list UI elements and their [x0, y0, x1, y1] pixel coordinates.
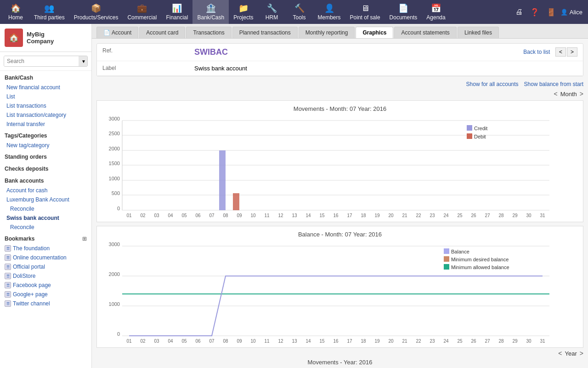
bookmark-facebook[interactable]: ☰ Facebook page	[0, 281, 91, 290]
svg-text:1000: 1000	[109, 176, 120, 181]
logout-icon[interactable]: 🚪	[544, 6, 559, 18]
nav-hrm[interactable]: 🔧 HRM	[258, 0, 286, 24]
bookmarks-title: Bookmarks	[5, 236, 34, 242]
tab-monthly[interactable]: Monthly reporting	[299, 27, 355, 38]
nav-agenda[interactable]: 📅 Agenda	[422, 0, 450, 24]
nav-projects[interactable]: 📁 Projects	[229, 0, 258, 24]
nav-tools-label: Tools	[293, 14, 306, 21]
tab-bar: 📄Account Account card Transactions Plann…	[92, 24, 588, 39]
prev-month-btn[interactable]: <	[554, 90, 557, 98]
svg-text:29: 29	[512, 339, 518, 343]
sidebar-item-list-transaction-category[interactable]: List transaction/category	[0, 110, 91, 120]
svg-rect-96	[444, 264, 449, 270]
sidebar-item-internal-transfer[interactable]: Internal transfer	[0, 120, 91, 129]
chart2-svg: 0 1000 2000 3000 01	[102, 242, 570, 343]
svg-text:05: 05	[181, 213, 187, 217]
nav-pos[interactable]: 🖥 Point of sale	[345, 0, 385, 24]
svg-text:06: 06	[195, 339, 201, 343]
svg-text:23: 23	[430, 213, 435, 217]
tab-planned[interactable]: Planned transactions	[232, 27, 298, 38]
print-icon[interactable]: 🖨	[513, 6, 526, 18]
nav-members-label: Members	[318, 14, 341, 21]
label-value: Swiss bank account	[189, 61, 583, 76]
logo-icon: 🏠	[5, 29, 23, 47]
bank-cash-icon: 🏦	[206, 3, 216, 13]
period-nav: < Month >	[96, 90, 583, 98]
search-input[interactable]	[4, 56, 79, 66]
nav-products[interactable]: 📦 Products/Services	[69, 0, 123, 24]
bookmark-foundation[interactable]: ☰ The foundation	[0, 244, 91, 253]
svg-text:24: 24	[443, 339, 449, 343]
bookmark-online-doc[interactable]: ☰ Online documentation	[0, 253, 91, 262]
nav-home[interactable]: 🏠 Home	[2, 0, 29, 24]
svg-text:09: 09	[237, 339, 242, 343]
help-icon[interactable]: ❓	[527, 6, 542, 18]
tab-transactions[interactable]: Transactions	[186, 27, 231, 38]
svg-text:01: 01	[126, 213, 132, 217]
chart1-title: Movements - Month: 07 Year: 2016	[102, 105, 578, 112]
sidebar-item-reconcile-swiss[interactable]: Reconcile	[0, 223, 91, 232]
chart1-container: Movements - Month: 07 Year: 2016 0 500 1…	[96, 100, 583, 222]
chart1-svg: 0 500 1000 1500 2000 2500 3000	[102, 116, 570, 217]
bookmark-google-plus[interactable]: ☰ Google+ page	[0, 290, 91, 299]
bookmark-official-portal[interactable]: ☰ Official portal	[0, 262, 91, 271]
tab-graphics[interactable]: Graphics	[356, 27, 393, 38]
nav-commercial[interactable]: 💼 Commercial	[123, 0, 161, 24]
tab-account-icon: 📄	[103, 29, 110, 36]
nav-documents[interactable]: 📄 Documents	[385, 0, 422, 24]
svg-text:01: 01	[126, 339, 132, 343]
svg-text:05: 05	[181, 339, 187, 343]
tab-account-card[interactable]: Account card	[139, 27, 185, 38]
svg-text:04: 04	[168, 213, 173, 217]
sidebar-item-new-tag[interactable]: New tag/category	[0, 141, 91, 150]
svg-text:17: 17	[347, 339, 352, 343]
nav-commercial-label: Commercial	[127, 14, 157, 21]
year-label: Year	[565, 350, 577, 357]
home-icon: 🏠	[11, 3, 21, 13]
prev-year-btn[interactable]: <	[558, 350, 562, 357]
nav-financial[interactable]: 📊 Financial	[161, 0, 192, 24]
sidebar-item-swiss-bank[interactable]: Swiss bank account	[0, 213, 91, 223]
svg-text:18: 18	[361, 213, 366, 217]
svg-text:19: 19	[374, 213, 380, 217]
show-all-accounts-link[interactable]: Show for all accounts	[466, 81, 519, 87]
nav-products-label: Products/Services	[74, 14, 119, 21]
back-to-list-link[interactable]: Back to list	[523, 49, 550, 55]
tab-linked-files[interactable]: Linked files	[458, 27, 499, 38]
nav-third-parties[interactable]: 👥 Third parties	[29, 0, 69, 24]
svg-text:1500: 1500	[109, 161, 120, 166]
nav-projects-label: Projects	[233, 14, 253, 21]
nav-tools[interactable]: 🔨 Tools	[286, 0, 313, 24]
nav-financial-label: Financial	[166, 14, 188, 21]
search-dropdown-btn[interactable]: ▼	[79, 56, 88, 66]
sidebar-item-lux-bank[interactable]: Luxemburg Bank Account	[0, 195, 91, 204]
tab-statements[interactable]: Account statements	[394, 27, 456, 38]
svg-text:13: 13	[292, 213, 297, 217]
nav-bank-cash-label: Bank/Cash	[197, 14, 224, 21]
bookmark-edit-icon[interactable]: ⊞	[82, 236, 87, 242]
tab-account[interactable]: 📄Account	[96, 27, 138, 38]
next-month-btn[interactable]: >	[580, 90, 583, 98]
sidebar-item-list[interactable]: List	[0, 92, 91, 101]
show-balance-link[interactable]: Show balance from start	[524, 81, 583, 87]
sidebar-item-reconcile-lux[interactable]: Reconcile	[0, 204, 91, 213]
bookmark-icon-facebook: ☰	[5, 282, 11, 288]
nav-bank-cash[interactable]: 🏦 Bank/Cash	[192, 0, 229, 24]
svg-text:09: 09	[237, 213, 242, 217]
nav-members[interactable]: 👤 Members	[313, 0, 345, 24]
sidebar-item-account-cash[interactable]: Account for cash	[0, 186, 91, 195]
next-account-btn[interactable]: >	[567, 47, 577, 57]
ref-label: Ref.	[97, 44, 189, 61]
prev-account-btn[interactable]: <	[555, 47, 566, 57]
next-year-btn[interactable]: >	[580, 350, 583, 357]
sidebar: 🏠 MyBigCompany ▼ Bank/Cash New financial…	[0, 24, 92, 368]
documents-icon: 📄	[398, 3, 408, 13]
svg-text:08: 08	[223, 339, 228, 343]
sidebar-item-new-financial[interactable]: New financial account	[0, 83, 91, 92]
label-label: Label	[97, 61, 189, 76]
sidebar-item-list-transactions[interactable]: List transactions	[0, 101, 91, 110]
bookmarks-header: Bookmarks ⊞	[0, 232, 91, 244]
bookmark-dolistore[interactable]: ☰ DoliStore	[0, 271, 91, 281]
svg-text:25: 25	[457, 213, 463, 217]
bookmark-twitter[interactable]: ☰ Twitter channel	[0, 299, 91, 308]
